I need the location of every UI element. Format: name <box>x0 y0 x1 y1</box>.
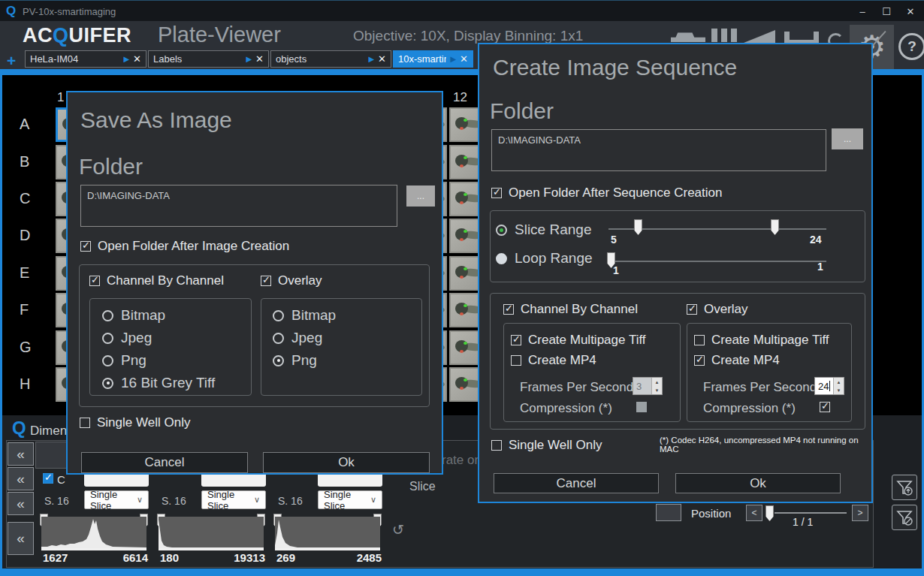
checkbox-checked[interactable] <box>491 188 502 198</box>
slice-mode-dropdown[interactable]: Single Slice ∨ <box>318 490 382 509</box>
radio-icon[interactable] <box>102 333 113 344</box>
radio-icon-selected[interactable] <box>273 355 284 366</box>
checkbox-checked[interactable] <box>820 402 830 412</box>
checkbox-checked[interactable] <box>80 241 91 252</box>
folder-input[interactable]: D:\IMAGING-DATA <box>80 185 397 227</box>
fps-value[interactable]: 24 <box>818 381 829 392</box>
minimize-button[interactable]: – <box>850 1 875 22</box>
play-icon[interactable]: ▶ <box>450 55 456 63</box>
radio-overlay-bitmap[interactable]: Bitmap <box>273 307 336 324</box>
reset-histogram-icon[interactable]: ↺ <box>392 521 404 538</box>
browse-button[interactable]: ... <box>832 128 863 149</box>
overlay-multipage-tiff-row[interactable]: Create Multipage Tiff <box>694 333 829 348</box>
radio-icon[interactable] <box>273 310 284 321</box>
folder-input[interactable]: D:\IMAGING-DATA <box>491 129 826 171</box>
loop-range-track[interactable] <box>608 261 826 262</box>
position-prev-button[interactable]: < <box>746 505 762 521</box>
overlay-mp4-row[interactable]: Create MP4 <box>694 353 780 368</box>
single-well-checkbox-row[interactable]: Single Well Only <box>491 438 602 453</box>
channel-by-channel-checkbox-row[interactable]: Channel By Channel <box>89 273 224 288</box>
collapse-button[interactable]: « <box>8 522 34 555</box>
slice-mode-dropdown[interactable]: Single Slice ∨ <box>84 490 149 509</box>
cone-icon[interactable] <box>744 30 775 43</box>
open-folder-checkbox-row[interactable]: Open Folder After Sequence Creation <box>491 185 722 201</box>
play-icon[interactable]: ▶ <box>123 55 129 63</box>
play-icon[interactable]: ▶ <box>246 55 252 63</box>
checkbox-unchecked[interactable] <box>491 440 502 451</box>
checkbox-checked[interactable] <box>511 335 521 345</box>
tab-labels[interactable]: Labels ▶ ✕ <box>148 50 269 68</box>
close-tab-icon[interactable]: ✕ <box>460 53 468 65</box>
checkbox-checked[interactable] <box>687 304 697 315</box>
radio-overlay-png[interactable]: Png <box>273 352 317 369</box>
histogram[interactable] <box>275 517 380 550</box>
close-button[interactable]: ✕ <box>898 1 923 22</box>
radio-bitmap[interactable]: Bitmap <box>102 307 165 324</box>
ok-button[interactable]: Ok <box>263 452 430 473</box>
checkbox-checked[interactable] <box>694 355 705 366</box>
collapse-button[interactable]: « <box>8 492 34 515</box>
radio-png[interactable]: Png <box>102 352 146 369</box>
red-marker <box>460 350 464 353</box>
radio-icon[interactable] <box>273 333 284 344</box>
slice-mode-dropdown[interactable]: Single Slice ∨ <box>201 490 266 509</box>
radio-icon[interactable] <box>102 310 113 321</box>
histogram[interactable] <box>41 517 146 550</box>
single-well-checkbox-row[interactable]: Single Well Only <box>80 415 190 430</box>
multipage-tiff-row[interactable]: Create Multipage Tiff <box>511 333 646 348</box>
tab-10x-smartimaging[interactable]: 10x-smartimaging ▶ ✕ <box>393 50 473 68</box>
close-tab-icon[interactable]: ✕ <box>255 53 264 65</box>
channel-by-channel-checkbox-row[interactable]: Channel By Channel <box>503 302 638 317</box>
radio-icon-selected[interactable] <box>496 225 507 236</box>
radio-icon[interactable] <box>102 355 113 366</box>
open-folder-checkbox-row[interactable]: Open Folder After Image Creation <box>80 239 289 254</box>
radio-icon[interactable] <box>496 253 507 264</box>
checkbox-checked[interactable] <box>89 276 100 286</box>
fps-spinner-disabled[interactable]: 3 ▲▼ <box>633 377 663 395</box>
checkbox-unchecked[interactable] <box>694 335 705 345</box>
tab-hela-im04[interactable]: HeLa-IM04 ▶ ✕ <box>25 50 146 68</box>
collapse-button[interactable]: « <box>8 442 34 466</box>
dropdown-value: Single Slice <box>207 489 254 511</box>
histogram[interactable] <box>159 517 264 550</box>
red-marker <box>460 201 464 204</box>
radio-overlay-jpeg[interactable]: Jpeg <box>273 330 322 346</box>
scale-bar-icon[interactable] <box>784 32 819 43</box>
checkbox-unchecked[interactable] <box>80 418 90 428</box>
add-tab-button[interactable]: + <box>7 52 16 70</box>
export-icon[interactable] <box>671 32 705 42</box>
radio-icon-selected[interactable] <box>102 378 113 389</box>
cancel-button[interactable]: Cancel <box>494 473 659 493</box>
spin-up-icon[interactable]: ▲ <box>834 378 844 386</box>
spin-down-icon[interactable]: ▼ <box>834 386 844 394</box>
tab-objects[interactable]: objects ▶ ✕ <box>270 50 391 68</box>
radio-16bit-tiff[interactable]: 16 Bit Grey Tiff <box>102 375 215 391</box>
collapse-button[interactable]: « <box>8 467 34 490</box>
close-tab-icon[interactable]: ✕ <box>133 53 141 65</box>
checkbox-unchecked[interactable] <box>511 355 521 366</box>
ok-button[interactable]: Ok <box>675 473 841 493</box>
loop-range-radio-row[interactable]: Loop Range <box>496 250 593 267</box>
radio-jpeg[interactable]: Jpeg <box>102 330 152 346</box>
overlay-checkbox-row[interactable]: Overlay <box>687 302 748 317</box>
fps-value[interactable]: 3 <box>633 378 651 394</box>
position-next-button[interactable]: > <box>852 505 868 521</box>
stack-icon[interactable] <box>711 29 737 42</box>
spin-down-icon[interactable]: ▼ <box>652 386 662 394</box>
maximize-button[interactable]: ☐ <box>874 1 899 22</box>
checkbox-checked[interactable] <box>503 304 514 315</box>
help-button[interactable]: ? <box>898 33 924 60</box>
close-tab-icon[interactable]: ✕ <box>378 53 386 65</box>
cancel-button[interactable]: Cancel <box>81 452 248 473</box>
slice-range-radio-row[interactable]: Slice Range <box>496 222 591 238</box>
filter-add-button[interactable] <box>892 475 917 500</box>
browse-button[interactable]: ... <box>406 185 435 207</box>
spin-up-icon[interactable]: ▲ <box>652 378 662 386</box>
play-icon[interactable]: ▶ <box>368 55 374 63</box>
overlay-checkbox-row[interactable]: Overlay <box>261 273 322 288</box>
filter-clear-button[interactable] <box>892 505 917 530</box>
position-slider-track[interactable] <box>775 512 847 514</box>
mp4-row[interactable]: Create MP4 <box>511 353 596 368</box>
checkbox-checked[interactable] <box>261 276 271 286</box>
fps-spinner[interactable]: 24 ▲▼ <box>814 377 844 395</box>
